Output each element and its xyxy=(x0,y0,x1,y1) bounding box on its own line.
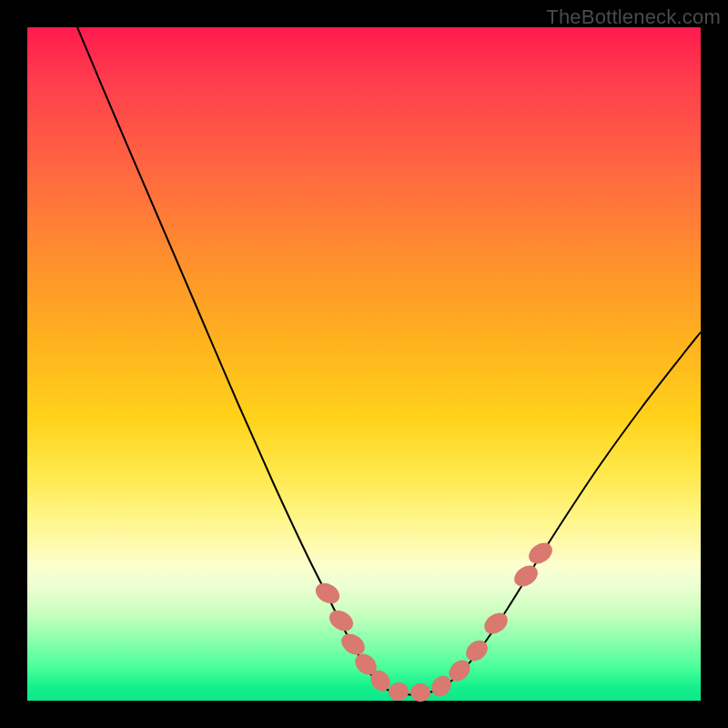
beads-group xyxy=(312,539,556,703)
curve-svg xyxy=(27,27,701,701)
watermark-text: TheBottleneck.com xyxy=(546,5,721,29)
bead xyxy=(525,539,556,568)
bead xyxy=(511,561,541,591)
bottleneck-curve xyxy=(77,27,701,694)
bead xyxy=(326,606,357,635)
bead xyxy=(410,682,432,703)
bead xyxy=(480,609,511,639)
bead xyxy=(388,682,410,702)
plot-area xyxy=(27,27,701,701)
bead xyxy=(312,579,343,607)
